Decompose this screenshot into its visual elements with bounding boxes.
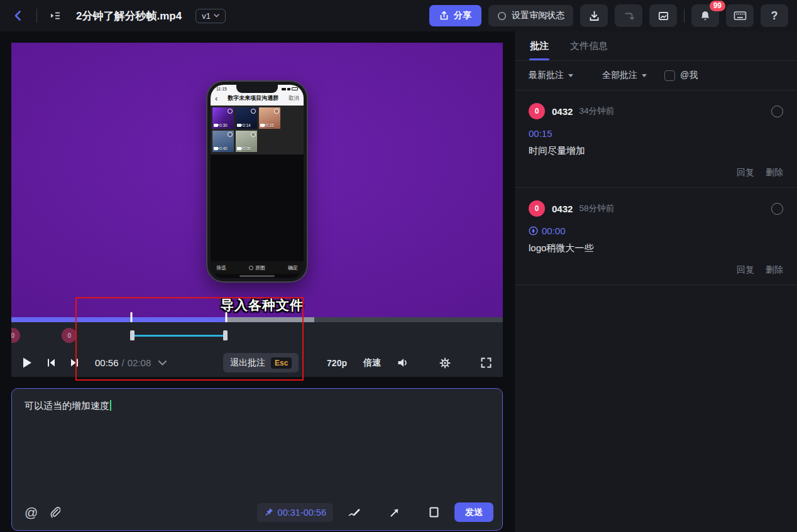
sidebar: 批注 文件信息 最新批注 全部批注 @我 0 0432 34分钟前 00:15 … [514, 31, 797, 532]
notifications-button[interactable]: 99 [691, 4, 719, 27]
playhead[interactable] [226, 312, 228, 322]
composer-text: 可以适当的增加速度 [25, 400, 109, 411]
transfer-button[interactable] [615, 4, 642, 27]
status-circle-icon [497, 11, 507, 21]
comment-marker[interactable]: 0 [11, 328, 20, 343]
arrow-annotation-button[interactable] [390, 508, 400, 518]
speed-selector[interactable]: 倍速 [363, 357, 381, 369]
current-time: 00:56 [95, 357, 119, 368]
reply-button[interactable]: 回复 [737, 167, 754, 177]
phone-status-icons [282, 87, 298, 90]
range-line [133, 335, 225, 337]
quality-selector[interactable]: 720p [327, 358, 347, 368]
comment-timestamp: 34分钟前 [579, 106, 614, 117]
duration: 02:08 [128, 357, 151, 368]
reply-button[interactable]: 回复 [737, 264, 754, 274]
comment-text: 时间尽量增加 [529, 145, 783, 157]
scope-dropdown[interactable]: 全部批注 [602, 70, 647, 81]
notification-badge: 99 [710, 1, 725, 11]
topbar-divider [36, 9, 37, 23]
time-range-chip[interactable]: 00:31-00:56 [257, 503, 333, 522]
prev-frame-button[interactable] [46, 358, 56, 367]
phone-footer: 筛选 原图 确定 [211, 261, 304, 274]
avatar: 0 [529, 200, 545, 217]
phone-nav-title: 数字未来项目沟通群 [228, 94, 278, 102]
download-button[interactable] [580, 4, 608, 27]
review-status-button[interactable]: 设置审阅状态 [488, 5, 573, 26]
at-me-checkbox[interactable] [664, 70, 675, 81]
delete-button[interactable]: 删除 [766, 264, 783, 274]
fullscreen-button[interactable] [481, 357, 492, 368]
timeline-marker-strip: 0 0 [11, 322, 503, 349]
range-handle-right[interactable] [223, 330, 228, 340]
phone-footer-center: 原图 [255, 264, 265, 271]
camera-icon [237, 124, 241, 127]
next-frame-button[interactable] [70, 358, 80, 367]
review-status-label: 设置审阅状态 [512, 10, 564, 21]
phone-footer-right: 确定 [288, 264, 298, 271]
outline-panel-button[interactable] [46, 6, 65, 25]
phone-cancel-label: 取消 [289, 95, 299, 102]
mention-button[interactable]: @ [25, 506, 38, 519]
caret-down-icon [642, 74, 647, 77]
draw-annotation-button[interactable] [348, 507, 361, 518]
comment-text: logo稍微大一些 [529, 242, 783, 254]
settings-button[interactable] [439, 357, 451, 369]
original-radio-icon [249, 266, 253, 270]
exit-annotation-button[interactable]: 退出批注 Esc [223, 353, 299, 372]
composer-input[interactable]: 可以适当的增加速度 [25, 400, 490, 412]
sort-dropdown[interactable]: 最新批注 [529, 70, 573, 81]
attachment-button[interactable] [49, 506, 60, 519]
share-icon [439, 11, 449, 21]
send-button[interactable]: 发送 [454, 502, 493, 522]
prev-frame-icon [46, 358, 56, 367]
tab-file-info[interactable]: 文件信息 [570, 31, 608, 60]
comment-timecode-link[interactable]: 00:15 [529, 128, 783, 139]
time-display[interactable]: 00:56 / 02:08 [95, 357, 167, 368]
help-button[interactable]: ? [761, 4, 788, 27]
shortcuts-button[interactable] [726, 4, 754, 27]
player-controls: 00:56 / 02:08 退出批注 Esc 720p 倍速 [11, 349, 503, 377]
back-button[interactable] [9, 6, 28, 25]
progress-played [11, 317, 226, 322]
pen-scribble-icon [348, 507, 361, 518]
esc-key-chip: Esc [271, 357, 292, 369]
rectangle-icon [429, 506, 439, 518]
share-button[interactable]: 分享 [429, 5, 481, 26]
frame-capture-button[interactable] [649, 4, 677, 27]
play-button[interactable] [23, 357, 32, 368]
selection-circle-icon [274, 109, 279, 114]
phone-home-indicator [239, 275, 275, 277]
paperclip-icon [49, 506, 60, 519]
time-range-selector[interactable] [130, 330, 228, 341]
phone-mockup: 11:15 ‹ 数字未来项目沟通群 取消 0:30 0:14 0:16 0:40… [207, 82, 307, 281]
version-label: v1 [202, 11, 211, 21]
comment-marker[interactable]: 0 [62, 328, 77, 343]
resolve-radio[interactable] [771, 106, 783, 117]
comment-composer[interactable]: 可以适当的增加速度 @ 00:31-00:56 [11, 388, 503, 531]
help-icon: ? [771, 9, 778, 23]
text-caret [110, 400, 111, 411]
range-handle-left[interactable] [130, 330, 135, 340]
video-thumbnail: 0:16 [259, 107, 280, 129]
comment-item: 0 0432 34分钟前 00:15 时间尽量增加 回复 删除 [515, 90, 797, 188]
comment-timecode-link[interactable]: 00:00 [529, 225, 783, 236]
volume-button[interactable] [397, 357, 409, 368]
pin-icon [264, 508, 273, 517]
video-canvas[interactable]: 11:15 ‹ 数字未来项目沟通群 取消 0:30 0:14 0:16 0:40… [11, 43, 503, 317]
play-icon [23, 357, 32, 368]
tab-annotations[interactable]: 批注 [530, 31, 549, 60]
delete-button[interactable]: 删除 [766, 167, 783, 177]
topbar-divider [684, 9, 684, 23]
progress-bar[interactable] [11, 317, 503, 322]
transfer-arrow-icon [623, 10, 635, 22]
resolve-radio[interactable] [771, 203, 783, 215]
rect-annotation-button[interactable] [429, 506, 439, 518]
drawing-marker-icon [529, 226, 538, 236]
outline-list-icon [49, 9, 62, 22]
version-selector[interactable]: v1 [195, 9, 226, 23]
caret-down-icon [568, 74, 573, 77]
selection-start-tick[interactable] [130, 312, 132, 322]
timecode-label: 00:00 [542, 225, 566, 236]
arrow-icon [390, 508, 400, 518]
